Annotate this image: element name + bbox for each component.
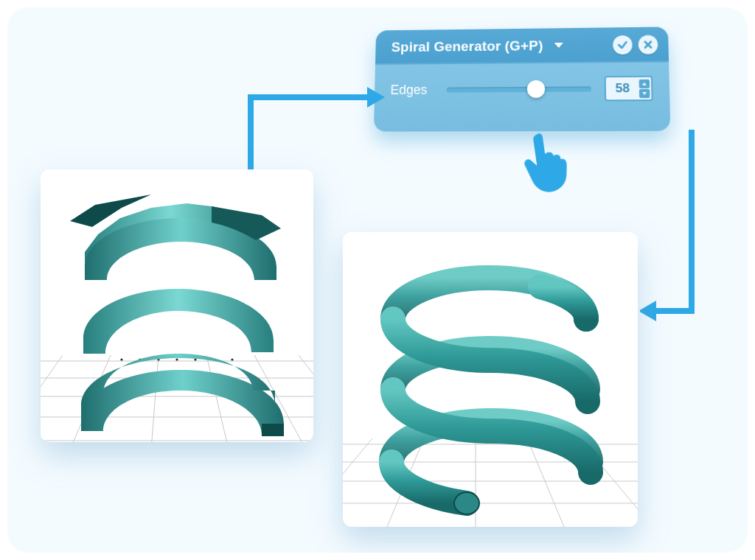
slider-track bbox=[447, 86, 591, 92]
svg-point-3 bbox=[175, 358, 178, 360]
svg-point-7 bbox=[454, 492, 479, 514]
number-stepper[interactable] bbox=[639, 79, 650, 97]
edges-slider[interactable] bbox=[447, 81, 591, 97]
panel-header[interactable]: Spiral Generator (G+P) bbox=[375, 27, 669, 65]
svg-point-0 bbox=[120, 358, 122, 360]
edges-number-input[interactable]: 58 bbox=[605, 76, 653, 102]
viewport-after bbox=[343, 232, 638, 527]
panel-body: Edges 58 bbox=[375, 62, 670, 102]
arrow-panel-to-after bbox=[640, 125, 728, 332]
step-up-icon[interactable] bbox=[639, 79, 650, 88]
chevron-down-icon bbox=[554, 42, 564, 49]
svg-point-6 bbox=[231, 358, 233, 360]
confirm-button[interactable] bbox=[613, 35, 633, 55]
edges-value: 58 bbox=[606, 81, 639, 96]
diagram-canvas: Spiral Generator (G+P) Edges 58 bbox=[7, 7, 748, 553]
panel-title: Spiral Generator (G+P) bbox=[392, 38, 543, 55]
spiral-generator-panel: Spiral Generator (G+P) Edges 58 bbox=[374, 27, 670, 131]
cursor-hand-icon bbox=[512, 125, 580, 202]
viewport-before bbox=[41, 169, 313, 442]
close-button[interactable] bbox=[638, 35, 658, 55]
arrow-before-to-panel bbox=[229, 74, 391, 184]
edges-label: Edges bbox=[390, 82, 441, 97]
step-down-icon[interactable] bbox=[639, 88, 650, 97]
slider-thumb[interactable] bbox=[527, 80, 545, 98]
